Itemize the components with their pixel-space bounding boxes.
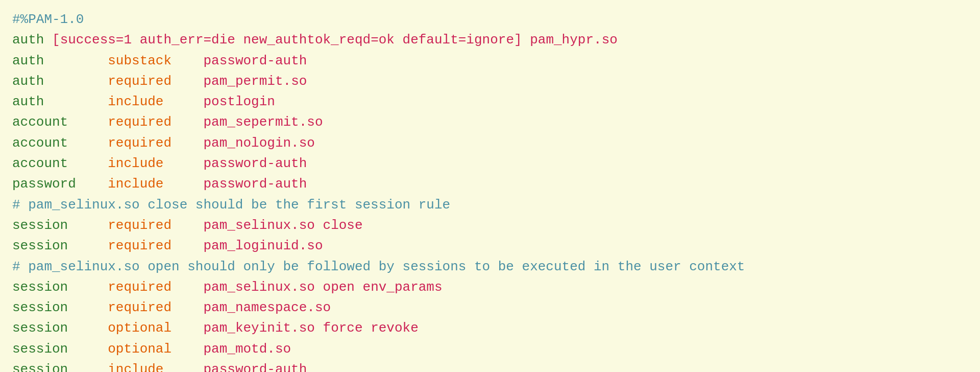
code-text: [163, 176, 203, 192]
code-text: [44, 53, 108, 68]
module: pam_sepermit.so: [203, 114, 323, 130]
code-text: [76, 176, 108, 192]
code-text: [172, 135, 203, 151]
code-text: [44, 74, 108, 89]
code-line: auth substack password-auth: [12, 51, 968, 71]
pam-config-block: #%PAM-1.0auth [success=1 auth_err=die ne…: [12, 9, 968, 372]
code-line: session required pam_selinux.so open env…: [12, 277, 968, 297]
keyword-account: account: [12, 135, 68, 151]
code-text: [172, 320, 203, 336]
code-line: account include password-auth: [12, 153, 968, 174]
keyword-session: session: [12, 238, 68, 253]
keyword-session: session: [12, 218, 68, 233]
keyword-session: session: [12, 280, 68, 295]
keyword-auth: auth: [12, 53, 44, 68]
comment-text: # pam_selinux.so open should only be fol…: [12, 259, 745, 274]
code-text: [163, 156, 203, 171]
module: pam_loginuid.so: [203, 238, 323, 253]
code-text: [68, 156, 108, 171]
module: password-auth: [204, 53, 307, 68]
code-text: [68, 135, 108, 151]
code-text: [68, 238, 108, 253]
code-text: [44, 94, 108, 109]
code-line: account required pam_nologin.so: [12, 133, 968, 153]
control: optional: [108, 320, 172, 336]
code-line: session required pam_selinux.so close: [12, 215, 968, 236]
code-text: [172, 114, 203, 130]
code-text: [68, 114, 108, 130]
keyword-account: account: [12, 156, 68, 171]
control: optional: [108, 341, 172, 357]
control: required: [108, 300, 172, 315]
code-line: account required pam_sepermit.so: [12, 112, 968, 132]
control: required: [108, 280, 172, 295]
code-text: [172, 341, 203, 357]
control: required: [108, 135, 172, 151]
code-line: auth include postlogin: [12, 91, 968, 112]
module: pam_keyinit.so force revoke: [203, 320, 418, 336]
code-line: auth [success=1 auth_err=die new_authtok…: [12, 30, 968, 50]
code-text: [68, 362, 108, 372]
code-line: session include password-auth: [12, 359, 968, 372]
code-text: [172, 300, 203, 315]
control: include: [108, 94, 163, 109]
control: required: [108, 74, 172, 89]
keyword-session: session: [12, 362, 68, 372]
keyword-password-kw: password: [12, 176, 76, 192]
code-text: [163, 362, 203, 372]
code-text: [172, 74, 203, 89]
keyword-auth: auth: [12, 74, 44, 89]
code-line: #%PAM-1.0: [12, 9, 968, 30]
module: pam_hypr.so: [530, 32, 618, 48]
module: pam_permit.so: [204, 74, 307, 89]
keyword-auth: auth: [12, 32, 44, 48]
keyword-session: session: [12, 300, 68, 315]
code-line: session optional pam_keyinit.so force re…: [12, 318, 968, 338]
module: pam_nologin.so: [203, 135, 314, 151]
control: include: [108, 362, 163, 372]
module: pam_motd.so: [203, 341, 291, 357]
keyword-session: session: [12, 341, 68, 357]
code-line: auth required pam_permit.so: [12, 71, 968, 91]
code-text: [68, 218, 108, 233]
keyword-session: session: [12, 320, 68, 336]
control: required: [108, 238, 172, 253]
code-text: [172, 218, 203, 233]
keyword-account: account: [12, 114, 68, 130]
code-line: # pam_selinux.so open should only be fol…: [12, 257, 968, 277]
code-text: [172, 238, 203, 253]
code-line: session required pam_loginuid.so: [12, 236, 968, 256]
module: password-auth: [203, 176, 307, 192]
code-line: session optional pam_motd.so: [12, 339, 968, 359]
module: pam_selinux.so close: [203, 218, 362, 233]
control: substack: [108, 53, 172, 68]
comment-text: # pam_selinux.so close should be the fir…: [12, 197, 450, 213]
code-text: [163, 94, 203, 109]
code-text: [68, 300, 108, 315]
code-text: [172, 280, 203, 295]
comment-text: #%PAM-1.0: [12, 12, 84, 27]
module: password-auth: [203, 362, 307, 372]
control: include: [108, 156, 163, 171]
code-text: [68, 341, 108, 357]
code-text: [522, 32, 530, 48]
code-text: [68, 280, 108, 295]
module: password-auth: [203, 156, 307, 171]
code-text: [44, 32, 52, 48]
control: required: [108, 218, 172, 233]
code-line: session required pam_namespace.so: [12, 297, 968, 318]
code-text: [172, 53, 203, 68]
bracket-expr: [success=1 auth_err=die new_authtok_reqd…: [52, 32, 522, 48]
control: include: [108, 176, 163, 192]
module: pam_namespace.so: [203, 300, 331, 315]
module: pam_selinux.so open env_params: [203, 280, 442, 295]
code-line: # pam_selinux.so close should be the fir…: [12, 195, 968, 215]
module: postlogin: [203, 94, 275, 109]
code-text: [68, 320, 108, 336]
keyword-auth: auth: [12, 94, 44, 109]
code-line: password include password-auth: [12, 174, 968, 194]
control: required: [108, 114, 172, 130]
